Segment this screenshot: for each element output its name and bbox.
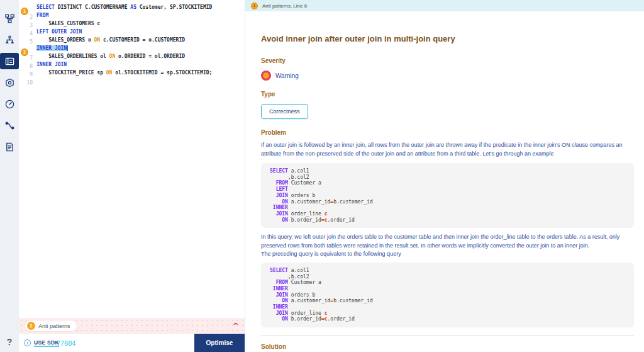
code-example-before: SELECT a.col1 ,b.col2 FROM Customer a LE…: [261, 163, 634, 228]
code-line: ,b.col2: [270, 274, 625, 280]
code-line: JOIN order_line c: [270, 211, 625, 217]
line-number: 5: [30, 39, 33, 45]
code-text[interactable]: SALES_ORDERLINES ol ON o.ORDERID = ol.OR…: [36, 54, 185, 59]
code-line: SELECT a.col1: [270, 268, 625, 274]
section-divider: [261, 335, 634, 336]
code-line: ON b.order_id=c.order_id: [270, 316, 625, 322]
info-icon: i: [24, 339, 31, 346]
line-number: 10: [26, 80, 33, 86]
editor-line-6[interactable]: 1 INNER JOIN: [19, 44, 245, 52]
code-line: FROM Customer a: [270, 280, 625, 286]
severity-value-row: Warning: [261, 71, 634, 81]
optimise-button[interactable]: Optimise: [194, 334, 245, 352]
sidebar-item-report[interactable]: [0, 139, 19, 155]
code-line: INNER: [270, 304, 625, 310]
editor-line-8[interactable]: 8 INNER JOIN: [19, 60, 245, 69]
detail-body: Avoid inner join after outer join in mul…: [245, 11, 644, 352]
code-text[interactable]: SELECT DISTINCT C.CUSTOMERNAME AS Custom…: [36, 4, 212, 10]
editor-line-5[interactable]: 5 SALES_ORDERS o ON c.CUSTOMERID = o.CUS…: [19, 36, 245, 44]
type-tag-correctness: Correctness: [261, 104, 308, 119]
sidebar-item-flow[interactable]: [0, 117, 19, 133]
sidebar-item-package[interactable]: [0, 74, 19, 91]
report-document-icon: [5, 142, 14, 152]
sql-editor[interactable]: 1 SELECT DISTINCT C.CUSTOMERNAME AS Cust…: [19, 0, 245, 318]
detail-header-bar[interactable]: 1 Anti patterns, Line 6: [245, 0, 644, 11]
code-line: ,b.col2: [270, 174, 625, 181]
code-line: INNER: [270, 286, 625, 292]
equivalence-text: The preceding query is equivalent to the…: [261, 250, 634, 259]
editor-line-4[interactable]: 4 LEFT OUTER JOIN: [19, 28, 245, 36]
code-line: ON a.customer_id=b.customer_id: [270, 298, 625, 304]
code-line: FROM Customer a: [270, 180, 625, 186]
editor-line-9[interactable]: 9 STOCKITEM_PRICE sp ON ol.STOCKITEMID =…: [19, 69, 245, 77]
problem-text: If an outer join is followed by an inner…: [261, 141, 634, 158]
help-button[interactable]: ?: [7, 337, 13, 347]
code-text-highlighted[interactable]: INNER JOIN: [36, 45, 68, 51]
explanation-text: In this query, we left outer join the or…: [261, 233, 634, 250]
code-text[interactable]: INNER JOIN: [36, 62, 67, 67]
antipattern-pill[interactable]: 2 Anti patterns: [25, 321, 77, 331]
sidebar-item-anti-patterns[interactable]: [0, 53, 19, 69]
code-line: SELECT a.col1: [270, 168, 625, 174]
editor-line-3[interactable]: 3 SALES_CUSTOMERS c: [19, 20, 245, 28]
editor-line-7[interactable]: 7 SALES_ORDERLINES ol ON o.ORDERID = ol.…: [19, 52, 245, 60]
code-line: JOIN orders b: [270, 292, 625, 298]
sidebar-item-plan[interactable]: [0, 31, 19, 48]
code-line: INNER: [270, 205, 625, 211]
solution-heading: Solution: [261, 343, 634, 350]
app-window: ? 1 SELECT DISTINCT C.CUSTOMERNAME AS Cu…: [0, 0, 644, 352]
code-line: LEFT: [270, 186, 625, 193]
chevron-up-icon[interactable]: ⌃: [231, 322, 240, 329]
severity-value: Warning: [275, 72, 299, 79]
line-gutter: 5: [19, 35, 36, 46]
query-id: 77684: [57, 339, 76, 347]
anti-patterns-panel-icon: [5, 57, 14, 66]
schema-icon: [5, 14, 14, 23]
code-text[interactable]: LEFT OUTER JOIN: [36, 29, 82, 35]
icon-sidebar: ?: [0, 0, 19, 352]
problem-heading: Problem: [261, 129, 634, 136]
antipattern-header-badge: 1: [251, 3, 258, 9]
severity-heading: Severity: [261, 57, 634, 64]
antipattern-count-badge: 2: [27, 322, 35, 330]
code-line: ON b.order_id=c.order_id: [270, 217, 625, 224]
detail-header-label: Anti patterns, Line 6: [262, 3, 307, 9]
flow-route-icon: [5, 121, 14, 130]
editor-line-1[interactable]: 1 SELECT DISTINCT C.CUSTOMERNAME AS Cust…: [19, 3, 245, 11]
warning-icon: [261, 71, 271, 81]
code-text[interactable]: SALES_ORDERS o ON c.CUSTOMERID = o.CUSTO…: [36, 37, 185, 43]
code-text[interactable]: SALES_CUSTOMERS c: [36, 21, 100, 26]
editor-footer: i USE SDK 77684 Optimise: [19, 334, 245, 352]
code-line: ON a.customer_id=b.customer_id: [270, 199, 625, 205]
performance-gauge-icon: [5, 99, 14, 109]
code-example-after: SELECT a.col1 ,b.col2 FROM Customer a IN…: [261, 263, 634, 327]
antipattern-detail-pane: 1 Anti patterns, Line 6 Avoid inner join…: [245, 0, 644, 352]
use-sdk-link[interactable]: USE SDK: [34, 339, 59, 347]
antipattern-pill-label: Anti patterns: [38, 323, 70, 329]
package-shield-icon: [5, 78, 14, 88]
sidebar-item-schema[interactable]: [0, 10, 19, 26]
plan-tree-icon: [5, 35, 14, 45]
code-text[interactable]: FROM: [36, 13, 48, 18]
line-gutter: 10: [19, 76, 36, 87]
sql-editor-pane: 1 SELECT DISTINCT C.CUSTOMERNAME AS Cust…: [19, 0, 245, 352]
sidebar-item-performance[interactable]: [0, 96, 19, 112]
code-line: JOIN order_line c: [270, 310, 625, 317]
editor-line-10[interactable]: 10: [19, 77, 245, 85]
type-heading: Type: [261, 91, 634, 98]
antipattern-summary-bar: 2 Anti patterns ⌃: [19, 318, 245, 334]
antipattern-title: Avoid inner join after outer join in mul…: [261, 34, 634, 43]
editor-line-2[interactable]: 2 FROM: [19, 11, 245, 20]
code-line: JOIN orders b: [270, 193, 625, 199]
code-text[interactable]: STOCKITEM_PRICE sp ON ol.STOCKITEMID = s…: [36, 70, 212, 76]
